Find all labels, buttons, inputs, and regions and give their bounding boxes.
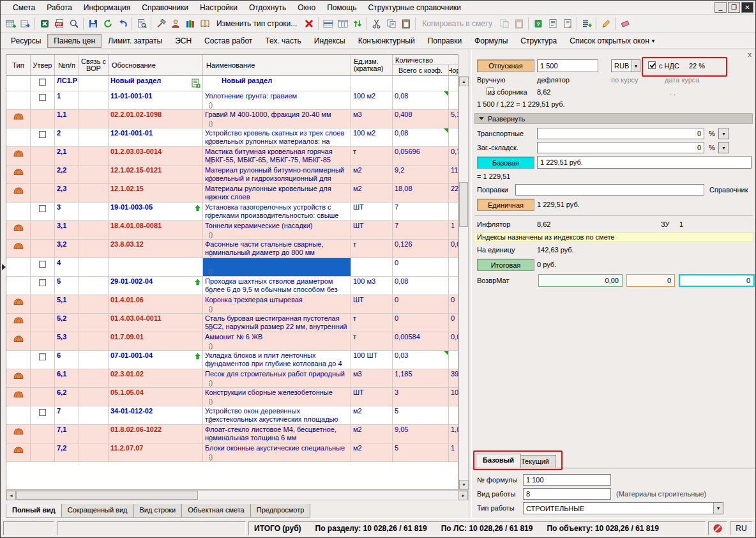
cell-num[interactable]: 7,1 bbox=[55, 425, 79, 443]
cell-vor[interactable] bbox=[79, 221, 109, 239]
menu-item[interactable]: Помощь bbox=[321, 1, 362, 14]
cell-unit[interactable] bbox=[351, 76, 393, 91]
table-row[interactable]: 6,2 05.1.05.04 Конструкции сборные желез… bbox=[6, 388, 458, 406]
cell-basis[interactable]: 12.1.02.15 bbox=[109, 184, 203, 202]
delete-row-icon[interactable] bbox=[301, 17, 316, 31]
table-row[interactable]: 5,1 01.4.01.06 Коронка трехперая штырева… bbox=[6, 295, 458, 314]
cell-unit[interactable]: ШТ bbox=[351, 221, 393, 239]
col-header-vor[interactable]: Связь с ВОР bbox=[79, 55, 109, 75]
cell-type[interactable] bbox=[6, 369, 31, 387]
cell-unit[interactable]: т bbox=[351, 314, 393, 332]
cell-num[interactable]: ЛС1.Р bbox=[55, 76, 79, 91]
cell-qty-norm[interactable] bbox=[449, 277, 458, 295]
cell-approved[interactable] bbox=[31, 443, 55, 461]
cell-qty-norm[interactable]: 226 bbox=[449, 184, 458, 202]
cell-unit[interactable]: 100 ШТ bbox=[351, 351, 393, 369]
chevron-down-icon[interactable]: ▾ bbox=[631, 60, 640, 72]
cell-qty-norm[interactable]: 39,5 bbox=[449, 369, 458, 387]
add-user-icon[interactable] bbox=[168, 17, 183, 31]
cell-qty-norm[interactable]: 100 bbox=[449, 388, 458, 406]
print-form-icon[interactable] bbox=[545, 17, 560, 31]
scroll-up-button[interactable]: ▲ bbox=[459, 77, 469, 86]
cell-qty[interactable]: 0,08 bbox=[393, 91, 449, 109]
approve-checkbox[interactable] bbox=[39, 94, 46, 101]
panel-button[interactable]: Список открытых окон▾ bbox=[563, 34, 661, 48]
cell-name[interactable]: Аммонит № 6 ЖВ bbox=[203, 332, 351, 350]
cell-name[interactable]: Материал рулонный битумно-полимерный кро… bbox=[203, 165, 351, 183]
cell-vor[interactable] bbox=[79, 110, 109, 128]
cell-approved[interactable] bbox=[31, 332, 55, 350]
cell-type[interactable] bbox=[6, 240, 31, 257]
cell-unit[interactable]: т bbox=[351, 332, 393, 350]
cell-qty-norm[interactable] bbox=[449, 203, 458, 220]
table-row[interactable]: ЛС1.Р Новый раздел Новый раздел bbox=[6, 76, 458, 91]
cell-name[interactable]: Мастика битумная кровельная горячая МБКГ… bbox=[203, 147, 351, 165]
approve-checkbox[interactable] bbox=[39, 261, 46, 268]
cell-name[interactable]: Коронка трехперая штыревая bbox=[203, 295, 351, 313]
directory-icon[interactable] bbox=[197, 17, 212, 31]
col-header-qty-group[interactable]: Количество Всего с коэф. Нор bbox=[393, 55, 458, 75]
cell-qty[interactable]: 1,185 bbox=[393, 369, 449, 387]
cell-vor[interactable] bbox=[79, 443, 109, 461]
cell-name[interactable]: Укладка блоков и плит ленточных фундамен… bbox=[203, 351, 351, 369]
resources-icon[interactable] bbox=[183, 17, 197, 31]
cell-num[interactable]: 1 bbox=[55, 91, 79, 109]
cell-qty-norm[interactable] bbox=[449, 406, 458, 424]
refresh-icon[interactable] bbox=[100, 17, 115, 31]
cell-basis[interactable]: 11.2.07.07 bbox=[109, 443, 203, 461]
horizontal-scroll-thumb[interactable] bbox=[16, 491, 198, 500]
view-tab[interactable]: Сокращенный вид bbox=[61, 504, 134, 518]
list-add-icon[interactable] bbox=[579, 17, 594, 31]
view-tab[interactable]: Полный вид bbox=[6, 504, 62, 518]
cell-type[interactable] bbox=[6, 76, 31, 91]
cell-basis[interactable]: 12.1.02.15-0121 bbox=[109, 165, 203, 183]
cell-num[interactable]: 3,2 bbox=[55, 240, 79, 257]
cell-qty[interactable]: 9,2 bbox=[393, 165, 449, 183]
panel-button[interactable]: Формулы bbox=[468, 34, 514, 48]
cell-basis[interactable]: 12-01-001-01 bbox=[109, 128, 203, 146]
cell-unit[interactable]: ШТ bbox=[351, 203, 393, 220]
cell-qty-norm[interactable]: 0 bbox=[449, 295, 458, 313]
cell-qty-norm[interactable]: 1,81 bbox=[449, 425, 458, 443]
cell-num[interactable]: 6,1 bbox=[55, 369, 79, 387]
inflator-value[interactable]: 8,62 bbox=[537, 220, 550, 228]
cell-type[interactable] bbox=[6, 332, 31, 350]
cell-approved[interactable] bbox=[31, 91, 55, 109]
cell-name[interactable]: Конструкции сборные железобетонные bbox=[203, 388, 351, 406]
cell-unit[interactable]: 100 м2 bbox=[351, 128, 393, 146]
chevron-down-icon[interactable]: ▾ bbox=[713, 503, 723, 514]
status-blocked-cell[interactable] bbox=[708, 521, 727, 535]
cell-unit[interactable]: м2 bbox=[351, 406, 393, 424]
tab-base[interactable]: Базовый bbox=[476, 454, 521, 468]
cell-unit[interactable]: ШТ bbox=[351, 388, 393, 406]
table-row[interactable]: 1,1 02.2.01.02-1098 Гравий М 400-1000, ф… bbox=[6, 110, 458, 128]
cell-basis[interactable]: 18.4.01.08-0081 bbox=[109, 221, 203, 239]
cell-vor[interactable] bbox=[79, 351, 109, 369]
cell-num[interactable]: 2,2 bbox=[55, 165, 79, 183]
cell-vor[interactable] bbox=[79, 240, 109, 257]
cell-type[interactable] bbox=[6, 203, 31, 220]
cell-num[interactable]: 5,3 bbox=[55, 332, 79, 350]
table-row[interactable]: 2,2 12.1.02.15-0121 Материал рулонный би… bbox=[6, 165, 458, 184]
cell-approved[interactable] bbox=[31, 314, 55, 332]
cell-qty[interactable]: 7 bbox=[393, 203, 449, 220]
cell-vor[interactable] bbox=[79, 406, 109, 424]
table-row[interactable]: 7,2 11.2.07.07 Блоки оконные акустически… bbox=[6, 443, 458, 462]
cell-qty[interactable]: 0,00584 bbox=[393, 332, 449, 350]
pdf-icon[interactable]: PDF bbox=[52, 17, 66, 31]
minimize-button[interactable]: _ bbox=[714, 2, 727, 13]
cell-approved[interactable] bbox=[31, 258, 55, 276]
table-row[interactable]: 6 07-01-001-04 Укладка блоков и плит лен… bbox=[6, 351, 458, 369]
cell-vor[interactable] bbox=[79, 91, 109, 109]
cell-name[interactable]: Сталь буровая шестигранная пустотелая 55… bbox=[203, 314, 351, 332]
return-materials-field-1[interactable]: 0,00 bbox=[538, 274, 623, 287]
cell-basis[interactable]: 01.8.02.06-1022 bbox=[109, 425, 203, 443]
cell-unit[interactable]: м2 bbox=[351, 165, 393, 183]
cell-num[interactable]: 7,2 bbox=[55, 443, 79, 461]
cell-num[interactable]: 3,1 bbox=[55, 221, 79, 239]
cell-num[interactable]: 5 bbox=[55, 277, 79, 295]
cell-approved[interactable] bbox=[31, 76, 55, 91]
cell-type[interactable] bbox=[6, 295, 31, 313]
sort-icon[interactable] bbox=[350, 17, 365, 31]
cell-basis[interactable]: 01.7.09.01 bbox=[109, 332, 203, 350]
